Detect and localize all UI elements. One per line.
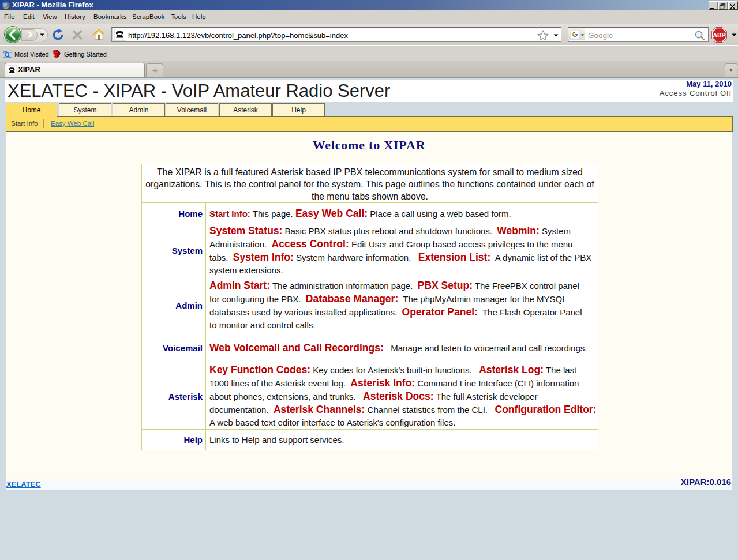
svg-text:ABP: ABP xyxy=(713,32,725,39)
